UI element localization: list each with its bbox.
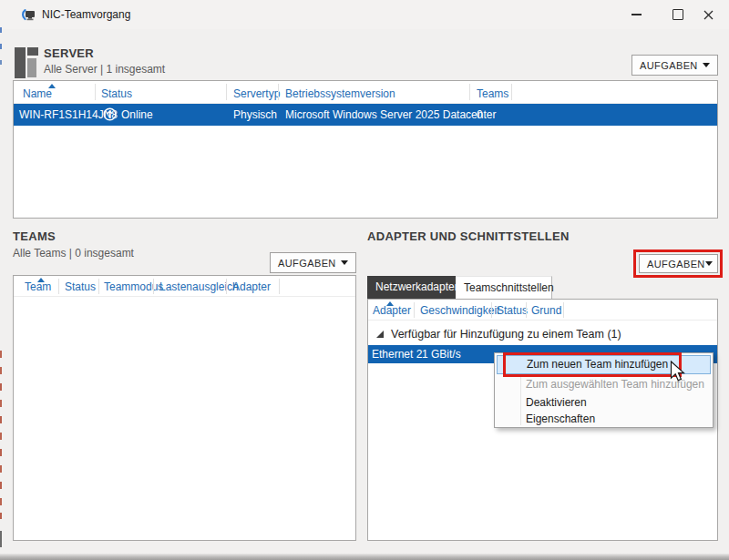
column-header-grund[interactable]: Grund <box>531 304 561 317</box>
column-divider <box>58 279 59 294</box>
column-header-name[interactable]: Name <box>23 87 52 100</box>
screen-edge-artifact <box>0 513 2 519</box>
adapter-speed-cell: 1 GBit/s <box>422 345 461 363</box>
column-header-geschwindigkeit[interactable]: Geschwindigkeit <box>420 304 499 317</box>
adapters-tasks-label: AUFGABEN <box>647 259 705 270</box>
teams-table: Team Status Teammodus Lastenausgleich Ad… <box>13 275 356 541</box>
column-header-teams[interactable]: Teams <box>477 87 508 100</box>
window-title: NIC-Teamvorgang <box>42 0 130 29</box>
title-bar: NIC-Teamvorgang <box>0 0 729 29</box>
column-header-status[interactable]: Status <box>65 280 96 293</box>
teams-section-title: TEAMS <box>13 229 56 243</box>
column-header-status[interactable]: Status <box>101 87 132 100</box>
adapters-table-header: Adapter Geschwindigkeit Status Grund <box>368 300 717 321</box>
close-button[interactable] <box>687 0 729 29</box>
server-section-subtitle: Alle Server | 1 insgesamt <box>44 63 165 76</box>
screen-edge-artifact <box>0 433 2 440</box>
screen-edge-artifact <box>0 400 2 407</box>
close-icon <box>703 10 714 20</box>
online-status-icon <box>103 107 117 124</box>
column-header-adapter[interactable]: Adapter <box>232 280 271 293</box>
column-divider <box>491 302 492 318</box>
minimize-icon <box>631 14 642 15</box>
server-section-title: SERVER <box>44 46 94 60</box>
column-divider <box>469 84 470 100</box>
column-divider <box>563 302 564 318</box>
screen-edge-artifact <box>0 383 2 391</box>
server-table-header: Name Status Servertyp Betriebssystemvers… <box>14 81 717 104</box>
dropdown-arrow-icon <box>341 260 348 265</box>
column-divider <box>153 279 154 294</box>
column-divider <box>278 84 279 100</box>
column-divider <box>226 84 227 100</box>
screen-edge-artifact <box>0 351 2 358</box>
expand-triangle-icon[interactable] <box>376 331 384 338</box>
teams-tasks-label: AUFGABEN <box>278 258 336 269</box>
adapters-section-title: ADAPTER UND SCHNITTSTELLEN <box>367 229 570 243</box>
server-tasks-button[interactable]: AUFGABEN <box>631 55 718 76</box>
column-divider <box>95 84 96 100</box>
dropdown-arrow-icon <box>705 261 713 266</box>
column-divider <box>98 279 99 294</box>
screen-edge-artifact <box>0 60 2 65</box>
teams-table-header: Team Status Teammodus Lastenausgleich Ad… <box>14 276 355 297</box>
teams-section-subtitle: Alle Teams | 0 insgesamt <box>13 247 134 260</box>
adapter-group-label: Verfügbar für Hinzufügung zu einem Team … <box>391 328 621 341</box>
minimize-button[interactable] <box>615 0 657 29</box>
screen-edge-artifact <box>0 449 2 456</box>
tab-netzwerkadapter[interactable]: Netzwerkadapter <box>367 276 456 299</box>
app-icon <box>22 7 36 22</box>
menu-item-properties[interactable]: Eigenschaften <box>497 410 711 428</box>
server-teams-cell: 0 <box>477 104 483 126</box>
dropdown-arrow-icon <box>703 63 710 67</box>
tab-teamschnittstellen[interactable]: Teamschnittstellen <box>456 276 552 299</box>
column-divider <box>511 84 512 100</box>
column-divider <box>526 302 527 318</box>
screen-edge-artifact <box>0 465 2 473</box>
server-status-cell: Online <box>121 104 153 126</box>
mouse-cursor-icon <box>670 361 687 387</box>
screen-edge-artifact <box>0 367 2 374</box>
column-header-adapter[interactable]: Adapter <box>373 304 411 317</box>
server-os-cell: Microsoft Windows Server 2025 Datacenter <box>285 104 496 126</box>
column-header-team[interactable]: Team <box>25 280 51 293</box>
adapters-tasks-button[interactable]: AUFGABEN <box>639 254 718 273</box>
menu-item-deactivate[interactable]: Deaktivieren <box>497 393 711 412</box>
column-divider <box>414 302 415 318</box>
window-bottom-edge <box>0 554 729 560</box>
teams-tasks-button[interactable]: AUFGABEN <box>270 252 356 273</box>
column-header-status[interactable]: Status <box>497 304 528 317</box>
server-row[interactable]: WIN-RF1S1H14JN8 Online Physisch Microsof… <box>14 104 717 126</box>
column-header-servertyp[interactable]: Servertyp <box>233 87 280 100</box>
server-type-cell: Physisch <box>233 104 277 126</box>
server-icon <box>15 47 40 82</box>
screen-edge-artifact <box>0 498 2 505</box>
column-header-teammodus[interactable]: Teammodus <box>104 280 163 293</box>
screen-edge-artifact <box>0 416 2 423</box>
column-divider <box>226 279 227 294</box>
server-tasks-label: AUFGABEN <box>640 60 698 71</box>
adapter-name-cell: Ethernet 2 <box>372 345 422 363</box>
screen-edge-artifact <box>0 531 2 547</box>
adapter-group-row[interactable]: Verfügbar für Hinzufügung zu einem Team … <box>368 325 717 344</box>
screen-edge-artifact <box>0 27 2 33</box>
column-divider <box>279 279 280 294</box>
server-table: Name Status Servertyp Betriebssystemvers… <box>13 80 718 219</box>
maximize-icon <box>673 9 683 20</box>
screen-edge-artifact <box>0 44 2 49</box>
screen-edge-artifact <box>0 482 2 489</box>
column-header-os[interactable]: Betriebssystemversion <box>285 87 395 100</box>
